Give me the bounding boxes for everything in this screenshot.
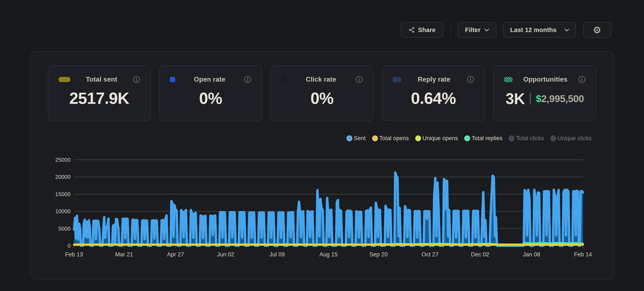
- share-button[interactable]: Share: [401, 22, 443, 38]
- sent-activity-chart: 0500010000150002000025000Feb 13Mar 21Apr…: [34, 153, 602, 273]
- legend-label: Unique opens: [422, 135, 458, 142]
- legend-item-total-replies[interactable]: Total replies: [464, 135, 502, 142]
- info-icon[interactable]: [356, 76, 363, 83]
- series-pill-total-sent: [58, 77, 70, 82]
- info-icon[interactable]: [467, 76, 474, 83]
- series-pill-reply-rate: [393, 77, 401, 82]
- stat-card-title: Reply rate: [401, 76, 467, 83]
- analytics-panel: Total sent 2517.9K Open rate 0% Click ra…: [30, 51, 614, 279]
- stat-card-title: Open rate: [175, 76, 244, 83]
- svg-text:Jun 02: Jun 02: [217, 251, 234, 258]
- stat-card-click-rate[interactable]: Click rate 0%: [270, 65, 374, 121]
- svg-text:10000: 10000: [55, 208, 71, 214]
- svg-text:Feb 14: Feb 14: [574, 251, 592, 258]
- legend-dot: [550, 135, 556, 141]
- stat-card-total-sent[interactable]: Total sent 2517.9K: [48, 65, 151, 121]
- chevron-down-icon: [564, 29, 569, 32]
- legend-dot: [464, 135, 470, 141]
- svg-text:25000: 25000: [55, 157, 71, 163]
- stat-card-title: Opportunities: [512, 76, 578, 83]
- stat-card-value: 0.64%: [393, 90, 474, 106]
- share-button-label: Share: [418, 27, 436, 34]
- stat-card-open-rate[interactable]: Open rate 0%: [159, 65, 262, 121]
- filter-button-label: Filter: [465, 27, 480, 34]
- legend-item-unique-opens[interactable]: Unique opens: [415, 135, 458, 142]
- legend-item-unique-clicks[interactable]: Unique clicks: [550, 135, 592, 142]
- svg-text:Jul 09: Jul 09: [269, 251, 285, 258]
- area-chart-canvas: 0500010000150002000025000Feb 13Mar 21Apr…: [34, 153, 602, 273]
- legend-dot: [346, 135, 352, 141]
- svg-text:Aug 15: Aug 15: [320, 251, 338, 258]
- info-icon[interactable]: [133, 76, 140, 83]
- svg-text:Dec 02: Dec 02: [471, 251, 489, 258]
- svg-text:Oct 27: Oct 27: [422, 251, 438, 258]
- date-range-label: Last 12 months: [510, 27, 556, 34]
- legend-item-sent[interactable]: Sent: [346, 135, 366, 142]
- legend-label: Unique clicks: [558, 135, 592, 142]
- legend-label: Total clicks: [516, 135, 544, 142]
- series-pill-open-rate: [170, 77, 175, 82]
- chart-legend: Sent Total opens Unique opens Total repl…: [346, 135, 592, 142]
- filter-button[interactable]: Filter: [458, 22, 496, 38]
- stat-card-title: Total sent: [70, 76, 133, 83]
- stat-cards-row: Total sent 2517.9K Open rate 0% Click ra…: [48, 65, 596, 121]
- svg-text:Mar 21: Mar 21: [115, 251, 133, 258]
- legend-label: Total replies: [472, 135, 502, 142]
- stat-card-reply-rate[interactable]: Reply rate 0.64%: [382, 65, 485, 121]
- svg-text:Jan 08: Jan 08: [523, 251, 540, 258]
- stat-card-value: 2517.9K: [58, 90, 140, 106]
- legend-label: Total opens: [380, 135, 409, 142]
- share-nodes-icon: [409, 27, 415, 33]
- stat-card-title: Click rate: [286, 76, 356, 83]
- svg-text:15000: 15000: [55, 191, 71, 197]
- legend-dot: [415, 135, 421, 141]
- stat-card-opportunities[interactable]: Opportunities 3K $2,995,500: [493, 65, 596, 121]
- chevron-down-icon: [484, 29, 489, 32]
- toolbar: Share Filter Last 12 months ⚙: [401, 22, 611, 38]
- gear-icon: ⚙: [593, 25, 601, 36]
- stat-card-value: 0%: [170, 90, 251, 106]
- series-pill-click-rate: [281, 77, 286, 82]
- svg-text:5000: 5000: [58, 225, 71, 232]
- svg-text:20000: 20000: [55, 174, 71, 180]
- legend-item-total-clicks[interactable]: Total clicks: [509, 135, 544, 142]
- legend-dot: [509, 135, 514, 141]
- legend-dot: [372, 135, 378, 141]
- settings-button[interactable]: ⚙: [583, 22, 611, 38]
- svg-text:Sep 20: Sep 20: [369, 251, 388, 258]
- value-divider: [530, 93, 531, 105]
- toolbar-divider: [450, 23, 451, 37]
- svg-text:Apr 27: Apr 27: [167, 251, 184, 258]
- legend-label: Sent: [354, 135, 366, 142]
- date-range-select[interactable]: Last 12 months: [504, 22, 576, 38]
- currency-symbol: $: [536, 93, 541, 104]
- series-pill-opportunities: [504, 77, 512, 82]
- opportunities-count: 3K: [506, 91, 525, 106]
- currency-value: 2,995,500: [541, 93, 584, 104]
- svg-text:0: 0: [68, 242, 71, 249]
- info-icon[interactable]: [244, 76, 251, 83]
- opportunities-amount: $2,995,500: [536, 94, 584, 104]
- legend-item-total-opens[interactable]: Total opens: [372, 135, 409, 142]
- stat-card-value: 0%: [281, 90, 363, 106]
- svg-text:Feb 13: Feb 13: [65, 251, 83, 258]
- info-icon[interactable]: [578, 76, 586, 83]
